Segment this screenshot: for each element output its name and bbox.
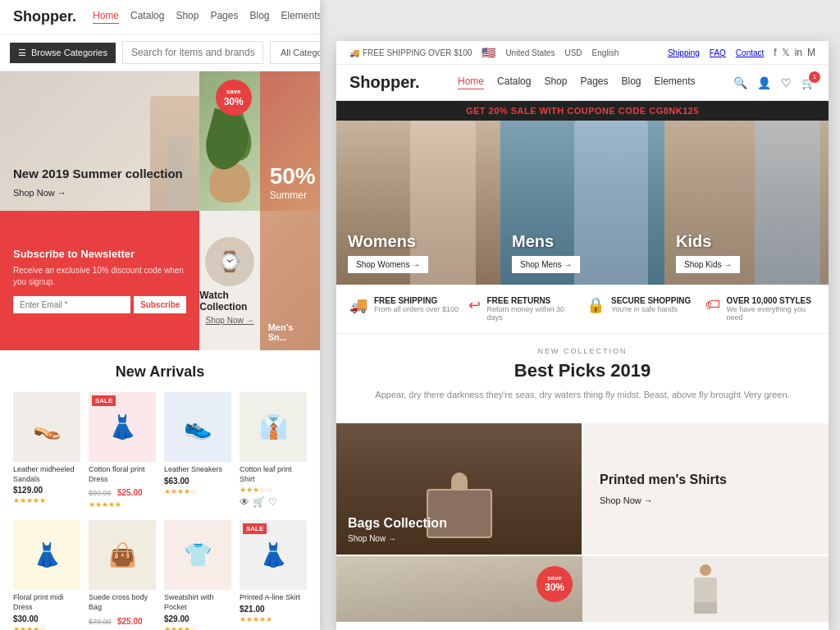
wishlist-add-icon[interactable]: ♡ — [268, 496, 277, 508]
subscribe-email-input[interactable] — [13, 296, 130, 313]
nav-blog[interactable]: Blog — [249, 10, 269, 24]
product-name-3: Leather Sneakers — [164, 465, 231, 475]
shop-womens-button[interactable]: Shop Womens → — [348, 256, 428, 273]
product-price-8: $21.00 — [240, 605, 307, 614]
sale-badge-8: SALE — [243, 523, 267, 534]
left-nav: Home Catalog Shop Pages Blog Elements — [93, 10, 320, 24]
search-input[interactable] — [122, 41, 263, 64]
cart-count-badge: 1 — [809, 71, 820, 83]
returns-icon: ↩ — [468, 296, 481, 314]
product-info-4: Cotton leaf print Shirt ★★★☆☆ 👁 🛒 ♡ — [240, 462, 307, 511]
product-price-2: $99.00 $25.00 — [89, 484, 156, 499]
product-name-4: Cotton leaf print Shirt — [240, 465, 307, 484]
new-arrivals-title: New Arrivals — [13, 363, 307, 381]
top-bar-left: 🚚 FREE SHIPPING OVER $100 🇺🇸 United Stat… — [349, 46, 619, 59]
product-image-8: SALE 👗 — [240, 520, 307, 590]
shirts-img-card: save 30% — [336, 556, 582, 622]
subscribe-cell: Subscribe to Newsletter Receive an exclu… — [0, 211, 199, 350]
shirts-shop-link[interactable]: Shop Now → — [600, 495, 653, 505]
product-card-8: SALE 👗 Printed A-line Skirt $21.00 ★★★★★ — [240, 520, 307, 630]
contact-link[interactable]: Contact — [736, 48, 764, 57]
watch-image: ⌚ — [205, 237, 254, 286]
product-info-8: Printed A-line Skirt $21.00 ★★★★★ — [240, 590, 307, 627]
hero-main-shop-now[interactable]: Shop Now → — [13, 188, 186, 198]
product-sale-price-6: $25.00 — [117, 617, 143, 626]
hero-images: Womens Shop Womens → Mens Shop Mens → Ki… — [336, 121, 829, 285]
subscribe-button[interactable]: Subscribe — [134, 296, 186, 313]
product-image-3: 👟 — [164, 392, 231, 462]
product-card-1: 👡 Leather midheeled Sandals $129.00 ★★★★… — [13, 392, 80, 512]
mens-hero-card: Mens Shop Mens → — [500, 121, 664, 285]
bags-label: Bags Collection — [348, 516, 447, 531]
tag-icon: 🏷 — [705, 296, 720, 313]
subscribe-title: Subscribe to Newsletter — [13, 248, 186, 260]
feature-text-4: OVER 10,000 STYLES We have everything yo… — [727, 296, 816, 322]
country-selector[interactable]: United States — [505, 48, 555, 57]
shipping-link[interactable]: Shipping — [668, 48, 700, 57]
cart-add-icon[interactable]: 🛒 — [253, 496, 265, 508]
facebook-icon[interactable]: f — [774, 47, 776, 58]
save-pct-shirts: 30% — [545, 582, 564, 593]
save-label-shirts: save — [547, 574, 562, 582]
product-stars-4: ★★★☆☆ — [240, 486, 307, 494]
product-stars-8: ★★★★★ — [240, 615, 307, 623]
nav-catalog[interactable]: Catalog — [130, 10, 164, 24]
nav-shop[interactable]: Shop — [176, 10, 199, 24]
currency-selector[interactable]: USD — [564, 48, 582, 57]
promo-banner: GET 20% SALE WITH COUPONE CODE CG8NK125 — [336, 101, 829, 121]
shop-mens-button[interactable]: Shop Mens → — [512, 256, 580, 273]
product-name-8: Printed A-line Skirt — [240, 593, 307, 603]
product-card-2: SALE 👗 Cotton floral print Dress $99.00 … — [89, 392, 156, 512]
right-wishlist-icon[interactable]: ♡ — [781, 76, 792, 89]
product-old-price-2: $99.00 — [89, 489, 112, 497]
right-search-icon[interactable]: 🔍 — [733, 76, 747, 89]
feature-desc-4: We have everything you need — [727, 305, 816, 322]
watch-title: Watch Collection — [199, 290, 259, 313]
nav-right-home[interactable]: Home — [458, 75, 484, 89]
subscribe-form: Subscribe — [13, 296, 186, 313]
shirts-text-card: Printed men's Shirts Shop Now → — [583, 423, 829, 555]
nav-right-catalog[interactable]: Catalog — [497, 75, 531, 89]
product-info-3: Leather Sneakers $63.00 ★★★★☆ — [164, 462, 231, 499]
nav-pages[interactable]: Pages — [210, 10, 238, 24]
bags-shop-now[interactable]: Shop Now → — [348, 534, 447, 543]
watch-shop-now[interactable]: Shop Now → — [206, 316, 254, 325]
product-card-3: 👟 Leather Sneakers $63.00 ★★★★☆ — [164, 392, 231, 512]
product-old-price-6: $79.00 — [89, 618, 112, 626]
womens-label: Womens — [348, 232, 428, 251]
nav-right-elements[interactable]: Elements — [655, 75, 696, 89]
twitter-icon[interactable]: 𝕏 — [782, 47, 790, 58]
flag-icon: 🇺🇸 — [482, 46, 495, 59]
product-actions-4: 👁 🛒 ♡ — [240, 496, 307, 508]
product-info-5: Floral print midi Dress $30.00 ★★★★☆ — [13, 590, 80, 630]
nav-right-shop[interactable]: Shop — [544, 75, 567, 89]
category-select[interactable]: All Categories — [270, 41, 320, 64]
best-picks-title: Best Picks 2019 — [349, 360, 815, 381]
womens-hero-card: Womens Shop Womens → — [336, 121, 500, 285]
faq-link[interactable]: FAQ — [710, 48, 726, 57]
nav-elements[interactable]: Elements — [281, 10, 321, 24]
mail-icon[interactable]: M — [807, 47, 815, 58]
feature-title-3: SECURE SHOPPING — [611, 296, 691, 305]
right-account-icon[interactable]: 👤 — [757, 76, 771, 89]
language-selector[interactable]: English — [592, 48, 619, 57]
product-price-3: $63.00 — [164, 477, 231, 486]
section-label: NEW COLLECTION — [349, 347, 815, 355]
brand-logo: Shopper. — [349, 73, 420, 92]
product-stars-7: ★★★★☆ — [164, 625, 231, 630]
feature-desc-3: You're in safe hands — [611, 305, 691, 313]
lock-icon: 🔒 — [587, 296, 605, 314]
view-icon[interactable]: 👁 — [240, 496, 249, 508]
instagram-icon[interactable]: in — [795, 47, 802, 58]
nav-right-pages[interactable]: Pages — [580, 75, 608, 89]
shop-kids-button[interactable]: Shop Kids → — [676, 256, 740, 273]
feature-4: 🏷 OVER 10,000 STYLES We have everything … — [705, 296, 816, 322]
nav-home[interactable]: Home — [93, 10, 119, 24]
feature-desc-2: Return money within 30 days — [487, 305, 579, 322]
kids-hero-card: Kids Shop Kids → — [664, 121, 829, 285]
right-cart-icon[interactable]: 🛒 1 — [801, 76, 815, 89]
product-name-1: Leather midheeled Sandals — [13, 465, 80, 484]
left-browser-window: Shopper. Home Catalog Shop Pages Blog El… — [0, 0, 320, 630]
browse-categories-button[interactable]: ☰ Browse Categories — [10, 43, 116, 63]
nav-right-blog[interactable]: Blog — [621, 75, 641, 89]
